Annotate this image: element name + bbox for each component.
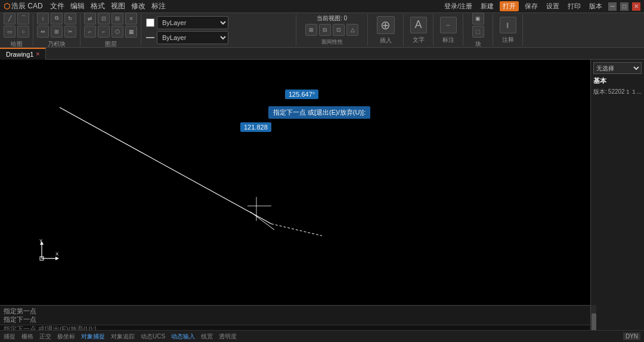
app-title: 浩辰 CAD [11,1,43,11]
menu-annotate[interactable]: 标注 [151,1,166,11]
status-otrack[interactable]: 对象追踪 [111,332,135,341]
save-button[interactable]: 保存 [522,1,540,11]
view-icon1[interactable]: ⊞ [305,24,317,36]
view-icon2[interactable]: ⊟ [319,24,331,36]
toolbar-block-group: ▣ ⬚ 块 [463,14,493,46]
linetype-dropdown[interactable]: ByLayer [157,31,228,44]
status-transp[interactable]: 透明度 [219,332,237,341]
region-icon[interactable]: ⬡ [112,26,123,38]
circle-icon[interactable]: ○ [17,26,29,38]
offset-icon[interactable]: ⊟ [112,13,123,24]
stretch-icon[interactable]: ⇔ [37,26,49,38]
svg-text:X: X [55,251,59,257]
titlebar-actions: 登录/注册 新建 打开 保存 设置 打印 版本 ─ □ ✕ [442,1,640,11]
status-ortho[interactable]: 正交 [39,332,51,341]
mirror-icon[interactable]: ⇌ [84,13,96,24]
close-button[interactable]: ✕ [632,2,640,11]
layer-row: ByLayer [146,16,228,29]
block-icons: ▣ ⬚ [472,13,484,38]
toolbar-text-group: A 文字 [404,14,434,46]
scrollbar-thumb [592,313,596,331]
toolbar: ╱ ⌒ ▭ ○ 绘图 ↕ ⧉ ↻ ⇔ ⊞ ✂ 乃积块 ⇌ ⊡ ⊟ ≡ ⌐ [0,13,644,48]
view-icon4[interactable]: △ [346,24,358,36]
new-button[interactable]: 新建 [478,1,496,11]
edition-button[interactable]: 版本 [587,1,605,11]
status-grid[interactable]: 栅格 [21,332,33,341]
minimize-button[interactable]: ─ [608,2,617,11]
group-draw-label: 绘图 [11,40,23,48]
app-title-area: ⬡ 浩辰 CAD 文件 编辑 格式 视图 修改 标注 [4,1,166,11]
svg-text:Y: Y [39,238,43,244]
drawing-canvas [0,60,590,305]
view-icon3[interactable]: ⊡ [333,24,345,36]
login-button[interactable]: 登录/注册 [442,1,475,11]
scale-icon[interactable]: ⊞ [51,26,63,38]
block-icon2[interactable]: ⬚ [472,26,484,38]
tab-row: Drawing1 × [0,48,644,60]
status-polar[interactable]: 极坐标 [57,332,75,341]
view-icons-row: ⊞ ⊟ ⊡ △ [305,24,358,36]
annotation-label: 注释 [502,36,514,44]
block-icons-row2: ⇔ ⊞ ✂ [37,26,76,38]
status-ducs[interactable]: 动态UCS [141,332,165,341]
cmd-history-line2: 指定下一点 [4,315,587,323]
settings-button[interactable]: 设置 [544,1,562,11]
arc-icon[interactable]: ⌒ [17,13,29,24]
fillet-icon[interactable]: ⌐ [84,26,96,38]
text-label: 文字 [413,36,425,44]
toolbar-annotation-group: ∥ 注释 [493,14,523,46]
status-osnap[interactable]: 对象捕捉 [81,332,105,341]
drawing-tab[interactable]: Drawing1 × [0,48,46,60]
status-lw[interactable]: 线宽 [201,332,213,341]
block-icons-row: ↕ ⧉ ↻ [37,13,76,24]
dim-label: 标注 [442,36,454,44]
face-props-label: 面间性性 [321,38,343,46]
menu-file[interactable]: 文件 [50,1,64,11]
print-button[interactable]: 打印 [565,1,583,11]
toolbar-group-layer: ⇌ ⊡ ⊟ ≡ ⌐ ⌐ ⬡ ▦ 图层 [80,14,141,46]
copy-icon[interactable]: ⧉ [51,13,63,24]
right-panel-select[interactable]: 无选择 [593,62,642,74]
dim-icon[interactable]: ↔ [440,17,457,33]
array-icon[interactable]: ⊡ [98,13,110,24]
linetype-swatch [146,37,154,38]
tab-close-btn[interactable]: × [36,51,39,57]
block-icon1[interactable]: ▣ [472,13,484,24]
draw-icons-row2: ▭ ○ [4,26,29,38]
cmdline-area: 指定第一点 指定下一点 [0,305,590,330]
layer-manage-icon[interactable]: ≡ [125,13,137,24]
maximize-button[interactable]: □ [620,2,628,11]
status-dynin[interactable]: 动态输入 [171,332,195,341]
canvas-area[interactable]: 125.647° 指定下一点 或[退出(E)/放弃(U)]: 121.828 Y [0,60,590,305]
annotation-icon[interactable]: ∥ [500,17,516,33]
draw-icons-row: ╱ ⌒ [4,13,29,24]
menu-format[interactable]: 格式 [91,1,105,11]
menu-edit[interactable]: 编辑 [70,1,85,11]
svg-line-1 [271,224,322,236]
toolbar-layer-selector: ByLayer ByLayer [141,14,296,46]
menu-view[interactable]: 视图 [111,1,125,11]
move-icon[interactable]: ↕ [37,13,49,24]
text-icon[interactable]: A [410,17,427,33]
scrollbar-v[interactable] [590,305,596,330]
rect-icon[interactable]: ▭ [4,26,16,38]
status-snap[interactable]: 捕捉 [4,332,16,341]
statusbar-right: DYN [623,332,640,340]
rotate-icon[interactable]: ↻ [64,13,76,24]
title-bar: ⬡ 浩辰 CAD 文件 编辑 格式 视图 修改 标注 登录/注册 新建 打开 保… [0,0,644,13]
menu-bar: 文件 编辑 格式 视图 修改 标注 [50,1,166,11]
trim-icon[interactable]: ✂ [64,26,76,38]
open-button[interactable]: 打开 [500,1,519,11]
svg-line-0 [60,107,271,224]
hatch-icon[interactable]: ▦ [125,26,137,38]
toolbar-dim-group: ↔ 标注 [434,14,463,46]
dyn-button[interactable]: DYN [623,332,640,340]
line-icon[interactable]: ╱ [4,13,16,24]
menu-modify[interactable]: 修改 [131,1,145,11]
ucs-svg: Y X [30,238,60,267]
chamfer-icon[interactable]: ⌐ [98,26,110,38]
layer-dropdown[interactable]: ByLayer [157,16,228,29]
right-panel-bottom [596,305,644,330]
block-label: 块 [475,40,481,48]
insert-icon[interactable]: ⊕ [377,16,395,34]
